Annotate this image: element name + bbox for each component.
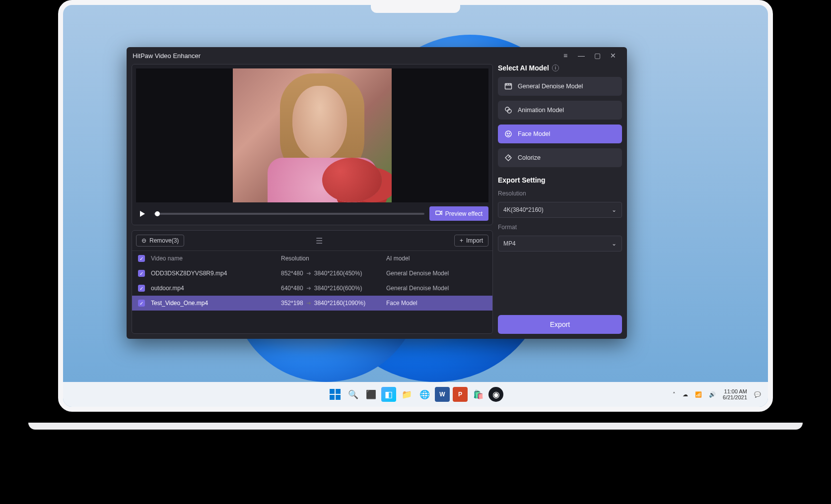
preview-effect-label: Preview effect: [445, 210, 483, 217]
import-button[interactable]: + Import: [454, 235, 488, 247]
svg-rect-0: [436, 211, 440, 215]
chevron-down-icon: ⌄: [612, 240, 617, 247]
col-resolution: Resolution: [281, 255, 380, 262]
resolution-select[interactable]: 4K(3840*2160) ⌄: [498, 202, 622, 218]
table-row[interactable]: ✓ ODD3DSKZ8DYVS8R9.mp4 852*480➜3840*2160…: [132, 266, 492, 281]
notifications-icon[interactable]: 💬: [754, 391, 761, 398]
import-label: Import: [466, 237, 483, 244]
format-select[interactable]: MP4 ⌄: [498, 236, 622, 252]
list-menu-icon[interactable]: ☰: [316, 236, 323, 246]
svg-point-5: [507, 133, 507, 133]
animation-icon: [504, 106, 513, 115]
taskbar: 🔍 ⬛ ◧ 📁 🌐 W P 🛍️ ◉ ˄ ☁ 📶 🔊 11:00 AM 6/21…: [63, 382, 768, 407]
clock[interactable]: 11:00 AM 6/21/2021: [723, 388, 747, 400]
row-checkbox[interactable]: ✓: [138, 285, 145, 292]
select-all-checkbox[interactable]: ✓: [138, 255, 145, 262]
video-preview[interactable]: [136, 68, 488, 202]
row-checkbox[interactable]: ✓: [138, 300, 145, 307]
select-ai-model-title: Select AI Model i: [498, 64, 622, 72]
start-button[interactable]: [328, 387, 343, 402]
col-ai-model: AI model: [386, 255, 486, 262]
word-icon[interactable]: W: [435, 387, 450, 402]
plus-icon: +: [460, 237, 463, 244]
hitpaw-window: HitPaw Video Enhancer ≡ — ▢ ✕: [127, 47, 627, 339]
preview-panel: Preview effect: [132, 64, 493, 225]
play-button[interactable]: [136, 207, 149, 220]
model-animation[interactable]: Animation Model: [498, 101, 622, 120]
sidebar: Select AI Model i General Denoise Model …: [498, 64, 622, 334]
volume-icon[interactable]: 🔊: [709, 391, 716, 398]
seek-slider[interactable]: [154, 213, 424, 215]
menu-icon[interactable]: ≡: [557, 47, 573, 64]
svg-point-6: [509, 133, 509, 133]
resolution-label: Resolution: [498, 190, 622, 197]
film-icon: [504, 82, 513, 91]
file-list-panel: ⊖ Remove(3) ☰ + Import: [132, 230, 493, 334]
powerpoint-icon[interactable]: P: [453, 387, 468, 402]
model-general-denoise[interactable]: General Denoise Model: [498, 77, 622, 96]
table-row[interactable]: ✓ outdoor.mp4 640*480➜3840*2160(600%) Ge…: [132, 281, 492, 296]
task-view-icon[interactable]: ⬛: [363, 387, 378, 402]
remove-button[interactable]: ⊖ Remove(3): [136, 235, 184, 247]
steam-icon[interactable]: ◉: [488, 387, 503, 402]
face-icon: [504, 129, 513, 138]
model-colorize[interactable]: Colorize: [498, 148, 622, 167]
minus-circle-icon: ⊖: [141, 237, 146, 244]
paint-icon: [504, 153, 513, 162]
export-button[interactable]: Export: [498, 315, 622, 334]
table-row[interactable]: ✓ Test_Video_One.mp4 352*198➜3840*2160(1…: [132, 296, 492, 311]
desktop-wallpaper: HitPaw Video Enhancer ≡ — ▢ ✕: [63, 5, 768, 407]
export-setting-title: Export Setting: [498, 176, 622, 184]
model-face[interactable]: Face Model: [498, 125, 622, 143]
format-label: Format: [498, 224, 622, 231]
maximize-button[interactable]: ▢: [589, 47, 605, 64]
store-icon[interactable]: 🛍️: [471, 387, 485, 402]
widgets-icon[interactable]: ◧: [381, 387, 396, 402]
tray-chevron-icon[interactable]: ˄: [673, 391, 676, 398]
onedrive-icon[interactable]: ☁: [683, 391, 688, 398]
camera-icon: [435, 209, 442, 218]
wifi-icon[interactable]: 📶: [695, 391, 702, 398]
list-header: ✓ Video name Resolution AI model: [132, 251, 492, 266]
search-icon[interactable]: 🔍: [346, 387, 360, 402]
minimize-button[interactable]: —: [573, 47, 589, 64]
close-button[interactable]: ✕: [605, 47, 621, 64]
chevron-down-icon: ⌄: [612, 206, 617, 213]
row-checkbox[interactable]: ✓: [138, 270, 145, 277]
info-icon[interactable]: i: [552, 64, 559, 71]
col-name: Video name: [151, 255, 275, 262]
remove-label: Remove(3): [149, 237, 179, 244]
titlebar[interactable]: HitPaw Video Enhancer ≡ — ▢ ✕: [127, 47, 627, 64]
svg-point-4: [505, 131, 511, 137]
preview-effect-button[interactable]: Preview effect: [429, 206, 488, 221]
window-title: HitPaw Video Enhancer: [133, 52, 201, 60]
edge-icon[interactable]: 🌐: [417, 387, 432, 402]
explorer-icon[interactable]: 📁: [399, 387, 414, 402]
